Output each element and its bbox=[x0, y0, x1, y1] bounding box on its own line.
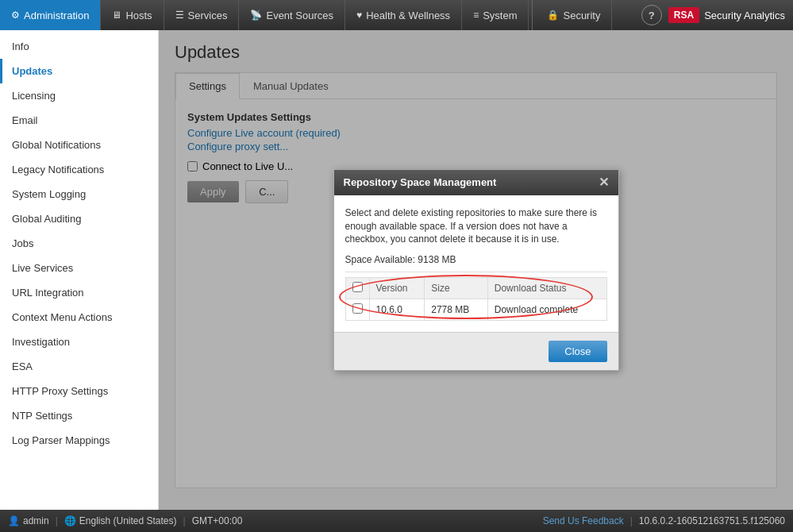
table-row: 10.6.0 2778 MB Download complete bbox=[345, 299, 606, 321]
version-label: 10.6.0.2-160512163751.5.f125060 bbox=[639, 515, 785, 526]
modal-description: Select and delete existing repositories … bbox=[345, 206, 607, 246]
modal-title: Repository Space Management bbox=[344, 176, 497, 188]
repository-modal: Repository Space Management ✕ Select and… bbox=[333, 169, 619, 371]
system-icon: ≡ bbox=[473, 10, 479, 21]
col-header-checkbox bbox=[345, 278, 369, 299]
row-checkbox[interactable] bbox=[352, 303, 363, 314]
globe-icon: 🌐 bbox=[64, 515, 76, 526]
sidebar-item-info[interactable]: Info bbox=[0, 34, 158, 59]
rsa-logo: RSA bbox=[668, 7, 699, 23]
sidebar-item-jobs[interactable]: Jobs bbox=[0, 231, 158, 256]
help-button[interactable]: ? bbox=[641, 5, 662, 25]
feedback-label[interactable]: Send Us Feedback bbox=[543, 515, 624, 526]
sidebar-item-live-services[interactable]: Live Services bbox=[0, 256, 158, 280]
sidebar-item-global-auditing[interactable]: Global Auditing bbox=[0, 206, 158, 231]
nav-item-health-wellness[interactable]: ♥ Health & Wellness bbox=[345, 0, 462, 30]
close-modal-button[interactable]: Close bbox=[549, 341, 606, 362]
sidebar-item-url-integration[interactable]: URL Integration bbox=[0, 280, 158, 305]
space-available-value: 9138 MB bbox=[418, 254, 456, 265]
sidebar-item-context-menu-actions[interactable]: Context Menu Actions bbox=[0, 305, 158, 330]
top-navigation: ⚙ Administration 🖥 Hosts ☰ Services 📡 Ev… bbox=[0, 0, 793, 30]
row-size: 2778 MB bbox=[425, 299, 488, 321]
app-title: Security Analytics bbox=[704, 10, 785, 21]
sidebar-item-http-proxy-settings[interactable]: HTTP Proxy Settings bbox=[0, 379, 158, 403]
modal-close-button[interactable]: ✕ bbox=[599, 176, 609, 189]
hosts-icon: 🖥 bbox=[112, 10, 121, 21]
event-sources-icon: 📡 bbox=[250, 10, 262, 21]
administration-icon: ⚙ bbox=[11, 10, 20, 21]
repo-table: Version Size Download Status 10.6.0 bbox=[345, 277, 607, 321]
health-icon: ♥ bbox=[356, 10, 362, 21]
status-timezone: GMT+00:00 bbox=[192, 515, 243, 526]
nav-item-administration[interactable]: ⚙ Administration bbox=[0, 0, 101, 30]
security-icon: 🔒 bbox=[547, 10, 559, 21]
nav-item-hosts[interactable]: 🖥 Hosts bbox=[101, 0, 164, 30]
main-layout: Info Updates Licensing Email Global Noti… bbox=[0, 30, 793, 510]
sidebar-item-updates[interactable]: Updates bbox=[0, 59, 158, 83]
status-bar: 👤 admin | 🌐 English (United States) | GM… bbox=[0, 510, 793, 532]
sidebar-item-ntp-settings[interactable]: NTP Settings bbox=[0, 403, 158, 428]
nav-right: ? RSA Security Analytics bbox=[633, 0, 793, 30]
nav-item-system[interactable]: ≡ System bbox=[462, 0, 529, 30]
space-available-label: Space Available: bbox=[345, 254, 416, 265]
modal-overlay: Repository Space Management ✕ Select and… bbox=[159, 30, 793, 510]
row-checkbox-cell bbox=[345, 299, 369, 321]
nav-divider bbox=[532, 0, 533, 30]
sidebar-item-email[interactable]: Email bbox=[0, 108, 158, 133]
services-icon: ☰ bbox=[175, 10, 184, 21]
nav-item-security[interactable]: 🔒 Security bbox=[536, 0, 612, 30]
sidebar: Info Updates Licensing Email Global Noti… bbox=[0, 30, 159, 510]
sidebar-item-licensing[interactable]: Licensing bbox=[0, 83, 158, 108]
sidebar-item-system-logging[interactable]: System Logging bbox=[0, 182, 158, 206]
table-header-row: Version Size Download Status bbox=[345, 278, 606, 299]
row-status: Download complete bbox=[487, 299, 606, 321]
modal-header: Repository Space Management ✕ bbox=[334, 170, 618, 195]
sidebar-item-log-parser-mappings[interactable]: Log Parser Mappings bbox=[0, 428, 158, 453]
sidebar-item-esa[interactable]: ESA bbox=[0, 354, 158, 379]
content-area: Updates Settings Manual Updates System U… bbox=[159, 30, 793, 510]
col-header-size: Size bbox=[425, 278, 488, 299]
select-all-checkbox[interactable] bbox=[352, 282, 363, 292]
nav-item-event-sources[interactable]: 📡 Event Sources bbox=[239, 0, 345, 30]
user-icon: 👤 bbox=[8, 515, 20, 526]
col-header-version: Version bbox=[369, 278, 425, 299]
modal-footer: Close bbox=[334, 332, 618, 370]
status-user: admin bbox=[23, 515, 49, 526]
sidebar-item-global-notifications[interactable]: Global Notifications bbox=[0, 133, 158, 157]
sidebar-item-legacy-notifications[interactable]: Legacy Notifications bbox=[0, 157, 158, 182]
sidebar-item-investigation[interactable]: Investigation bbox=[0, 330, 158, 354]
row-version: 10.6.0 bbox=[369, 299, 425, 321]
divider bbox=[345, 272, 607, 272]
status-locale: English (United States) bbox=[79, 515, 177, 526]
modal-body: Select and delete existing repositories … bbox=[334, 195, 618, 332]
nav-item-services[interactable]: ☰ Services bbox=[164, 0, 240, 30]
col-header-download-status: Download Status bbox=[487, 278, 606, 299]
status-right: Send Us Feedback | 10.6.0.2-160512163751… bbox=[543, 515, 785, 526]
space-info: Space Available: 9138 MB bbox=[345, 254, 607, 265]
